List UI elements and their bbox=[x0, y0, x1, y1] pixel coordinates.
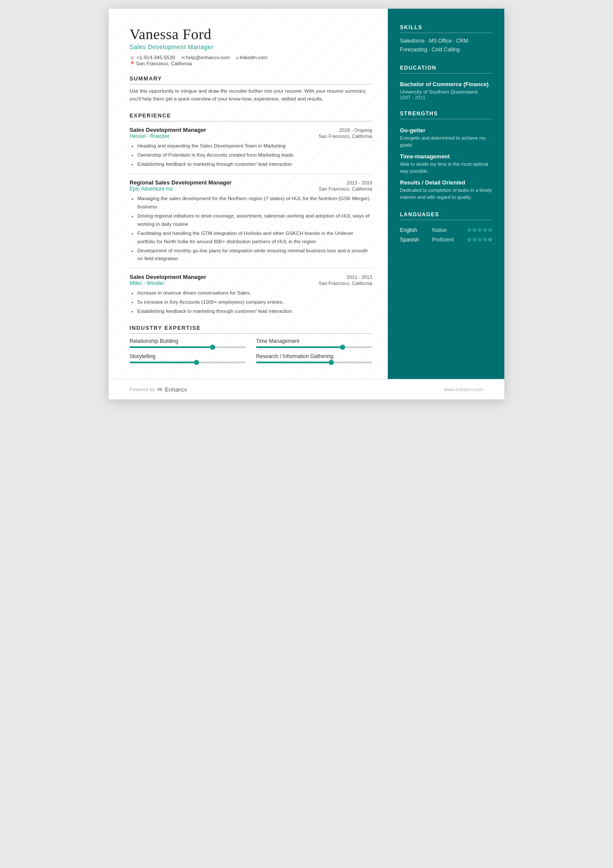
link-icon: ⌀ bbox=[236, 55, 239, 60]
exp-company-line-3: Miller - Windler San Francisco, Californ… bbox=[130, 280, 372, 286]
strengths-section-title: STRENGTHS bbox=[400, 111, 492, 119]
bullet-item: Driving regional initiatives to drive co… bbox=[137, 212, 372, 228]
education-section-title: EDUCATION bbox=[400, 65, 492, 74]
expertise-label-4: Research / Information Gathering. bbox=[256, 353, 372, 359]
footer-url: www.enhancv.com bbox=[444, 387, 483, 392]
skills-text: Salesforce · MS Office · CRM · Forecasti… bbox=[400, 37, 492, 54]
strength-title-1: Go-getter bbox=[400, 127, 492, 134]
dot bbox=[467, 238, 471, 241]
exp-location-3: San Francisco, California bbox=[319, 281, 372, 286]
exp-company-line-2: Epic Adventure Inc San Francisco, Califo… bbox=[130, 186, 372, 192]
bullet-item: Establishing feedback to marketing throu… bbox=[137, 307, 372, 315]
expertise-label-1: Relationship Building bbox=[130, 338, 246, 344]
dot bbox=[473, 228, 476, 232]
resume-body: Vanessa Ford Sales Development Manager ☏… bbox=[109, 9, 504, 379]
dot bbox=[483, 228, 487, 232]
exp-dates-1: 2018 - Ongoing bbox=[339, 127, 372, 133]
footer-brand: Enhancv bbox=[165, 386, 187, 393]
progress-bg-4 bbox=[256, 362, 372, 363]
logo-icon: ∞ bbox=[157, 385, 162, 393]
language-level-1: Native bbox=[432, 227, 463, 233]
languages-section-title: LANGUAGES bbox=[400, 211, 492, 220]
strength-title-2: Time-management bbox=[400, 153, 492, 160]
sidebar: SKILLS Salesforce · MS Office · CRM · Fo… bbox=[388, 9, 504, 379]
language-name-2: Spanish bbox=[400, 237, 427, 243]
dot bbox=[488, 228, 492, 232]
email-contact: ✉ help@enhancv.com bbox=[181, 55, 230, 60]
exp-header-2: Regional Sales Development Manager 2013 … bbox=[130, 179, 372, 186]
expertise-item-3: Storytelling bbox=[130, 353, 246, 363]
exp-dates-2: 2013 - 2018 bbox=[346, 180, 372, 185]
linkedin-contact: ⌀ linkedin.com bbox=[236, 55, 268, 60]
exp-bullets-1: Heading and expanding the Sales Developm… bbox=[137, 142, 372, 168]
progress-bg-3 bbox=[130, 362, 246, 363]
main-column: Vanessa Ford Sales Development Manager ☏… bbox=[109, 9, 388, 379]
language-name-1: English bbox=[400, 227, 427, 233]
contact-line-1: ☏ +1-914-345-5530 ✉ help@enhancv.com ⌀ l… bbox=[130, 55, 372, 60]
email-icon: ✉ bbox=[181, 55, 185, 60]
dot bbox=[483, 238, 487, 241]
bullet-item: Managing the sales development for the N… bbox=[137, 194, 372, 211]
bullet-item: Increase in revenue driven conversations… bbox=[137, 289, 372, 297]
location-contact: 📍 San Francisco, California bbox=[130, 61, 192, 66]
expertise-item-1: Relationship Building bbox=[130, 338, 246, 348]
contact-line-2: 📍 San Francisco, California bbox=[130, 61, 372, 66]
experience-item-3: Sales Development Manager 2011 - 2013 Mi… bbox=[130, 274, 372, 315]
exp-job-title-1: Sales Development Manager bbox=[130, 127, 206, 133]
strength-desc-3: Dedicated to completion of tasks in a ti… bbox=[400, 187, 492, 201]
experience-item-2: Regional Sales Development Manager 2013 … bbox=[130, 179, 372, 263]
experience-item-1: Sales Development Manager 2018 - Ongoing… bbox=[130, 127, 372, 168]
progress-bg-2 bbox=[256, 346, 372, 348]
exp-bullets-3: Increase in revenue driven conversations… bbox=[137, 289, 372, 315]
language-dots-1 bbox=[467, 228, 492, 232]
edu-university: University of Southern Queensland bbox=[400, 89, 492, 94]
expertise-label-3: Storytelling bbox=[130, 353, 246, 359]
phone-icon: ☏ bbox=[130, 55, 135, 60]
strength-item-3: Results / Detail Oriented Dedicated to c… bbox=[400, 179, 492, 201]
exp-header-3: Sales Development Manager 2011 - 2013 bbox=[130, 274, 372, 280]
phone-contact: ☏ +1-914-345-5530 bbox=[130, 55, 175, 60]
exp-dates-3: 2011 - 2013 bbox=[346, 275, 372, 280]
language-level-2: Proficient bbox=[432, 237, 463, 243]
expertise-grid: Relationship Building Time Management St… bbox=[130, 338, 372, 363]
strength-title-3: Results / Detail Oriented bbox=[400, 179, 492, 186]
progress-fill-4 bbox=[256, 362, 332, 363]
exp-bullets-2: Managing the sales development for the N… bbox=[137, 194, 372, 263]
dot bbox=[478, 228, 482, 232]
dot bbox=[467, 228, 471, 232]
exp-company-3: Miller - Windler bbox=[130, 280, 164, 286]
resume-page: Vanessa Ford Sales Development Manager ☏… bbox=[109, 9, 504, 399]
candidate-name: Vanessa Ford bbox=[130, 26, 372, 43]
location-icon: 📍 bbox=[130, 61, 135, 66]
footer: Powered by ∞ Enhancv www.enhancv.com bbox=[109, 379, 504, 399]
exp-job-title-2: Regional Sales Development Manager bbox=[130, 179, 232, 186]
bullet-item: Heading and expanding the Sales Developm… bbox=[137, 142, 372, 150]
language-dots-2 bbox=[467, 238, 492, 241]
progress-fill-3 bbox=[130, 362, 197, 363]
skills-section-title: SKILLS bbox=[400, 24, 492, 33]
expertise-label-2: Time Management bbox=[256, 338, 372, 344]
exp-header-1: Sales Development Manager 2018 - Ongoing bbox=[130, 127, 372, 133]
expertise-section-title: INDUSTRY EXPERTISE bbox=[130, 325, 372, 334]
exp-job-title-3: Sales Development Manager bbox=[130, 274, 206, 280]
summary-section-title: SUMMARY bbox=[130, 76, 372, 84]
exp-company-1: Hessel - Ruecker bbox=[130, 133, 170, 139]
exp-company-2: Epic Adventure Inc bbox=[130, 186, 173, 192]
powered-by-text: Powered by bbox=[130, 387, 155, 392]
bullet-item: Facilitating and handling the GTM integr… bbox=[137, 229, 372, 246]
dot bbox=[473, 238, 476, 241]
bullet-item: 5x increase in Key Accounts (1000+ emplo… bbox=[137, 298, 372, 306]
edu-years: 2007 - 2011 bbox=[400, 95, 492, 100]
edu-degree: Bachelor of Commerce (Finance) bbox=[400, 80, 492, 88]
language-row-2: Spanish Proficient bbox=[400, 237, 492, 243]
resume-header: Vanessa Ford Sales Development Manager ☏… bbox=[130, 26, 372, 66]
candidate-title: Sales Development Manager bbox=[130, 44, 372, 50]
expertise-item-4: Research / Information Gathering. bbox=[256, 353, 372, 363]
footer-left: Powered by ∞ Enhancv bbox=[130, 385, 187, 393]
progress-fill-1 bbox=[130, 346, 213, 348]
exp-location-2: San Francisco, California bbox=[319, 186, 372, 191]
strength-item-2: Time-management Able to divide my time i… bbox=[400, 153, 492, 175]
dot bbox=[478, 238, 482, 241]
bullet-item: Establishing feedback to marketing throu… bbox=[137, 160, 372, 168]
summary-text: Use this opportunity to intrigue and dra… bbox=[130, 87, 372, 103]
